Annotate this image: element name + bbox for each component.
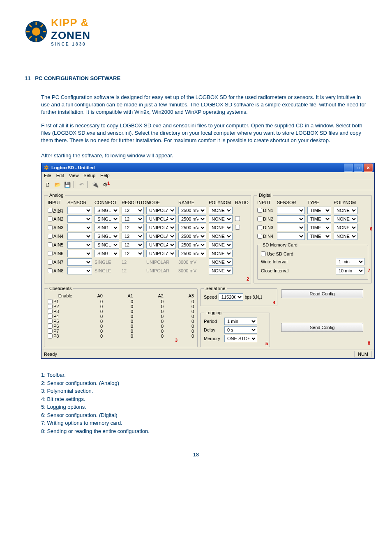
connect-select[interactable]: SINGLE	[95, 233, 119, 240]
range-select[interactable]: 2500 mV	[178, 207, 206, 214]
coef-enable-checkbox[interactable]: P3	[48, 309, 72, 314]
digital-polynom-select[interactable]: NONE	[334, 224, 357, 231]
resolution-select[interactable]: 12	[122, 215, 144, 223]
period-select[interactable]: 1 min	[224, 318, 257, 325]
coef-enable-checkbox[interactable]: P1	[48, 299, 72, 304]
connect-select[interactable]: SINGLE	[95, 207, 119, 214]
mode-select[interactable]: UNIPOLAR	[146, 207, 176, 214]
digital-type-select[interactable]: TIME	[307, 233, 331, 240]
maximize-button[interactable]: □	[354, 164, 363, 172]
digital-type-select[interactable]: TIME	[307, 207, 331, 214]
polynom-select[interactable]: NONE	[209, 233, 233, 240]
close-interval-select[interactable]: 10 min	[336, 267, 364, 274]
ratio-checkbox[interactable]	[235, 225, 240, 230]
connect-select[interactable]: SINGLE	[95, 250, 119, 257]
new-icon[interactable]: 🗋	[43, 180, 52, 189]
mode-select[interactable]: UNIPOLAR	[146, 241, 176, 249]
ain-enable-checkbox[interactable]: AIN5	[48, 242, 66, 247]
ain-enable-checkbox[interactable]: AIN1	[48, 208, 66, 213]
menu-file[interactable]: File	[44, 173, 51, 178]
mode-select[interactable]: UNIPOLAR	[146, 224, 176, 231]
delay-select[interactable]: 0 s	[224, 326, 257, 334]
use-sd-checkbox[interactable]: Use SD Card	[261, 251, 293, 256]
digital-type-select[interactable]: TIME	[307, 224, 331, 231]
resolution-select[interactable]: 12	[122, 207, 144, 214]
connect-select[interactable]: SINGLE	[95, 224, 119, 231]
polynom-select[interactable]: NONE	[209, 215, 233, 223]
range-select[interactable]: 2500 mV	[178, 241, 206, 249]
config-buttons-area: Read Config Send Config 8	[272, 286, 372, 347]
coef-enable-checkbox[interactable]: P2	[48, 304, 72, 309]
menu-edit[interactable]: Edit	[56, 173, 64, 178]
digital-type-select[interactable]: TIME	[307, 215, 331, 223]
digital-polynom-select[interactable]: NONE	[334, 233, 357, 240]
connect-icon[interactable]: 🔌	[91, 180, 100, 189]
ain-enable-checkbox[interactable]: AIN6	[48, 251, 66, 256]
resolution-select[interactable]: 12	[122, 224, 144, 231]
range-select[interactable]: 2500 mV	[178, 250, 206, 257]
coef-enable-checkbox[interactable]: P5	[48, 319, 72, 324]
resolution-select[interactable]: 12	[122, 233, 144, 240]
polynom-select[interactable]: NONE	[209, 258, 233, 266]
menu-setup[interactable]: Setup	[83, 173, 95, 178]
read-config-button[interactable]: Read Config	[281, 289, 363, 298]
sensor-select[interactable]	[67, 215, 92, 223]
ain-enable-checkbox[interactable]: AIN2	[48, 216, 66, 221]
polynom-select[interactable]: NONE	[209, 241, 233, 249]
range-select[interactable]: 2500 mV	[178, 233, 206, 240]
polynom-select[interactable]: NONE	[209, 224, 233, 231]
digital-sensor-select[interactable]	[277, 224, 305, 231]
sensor-select[interactable]	[67, 207, 92, 214]
minimize-button[interactable]: _	[344, 164, 353, 172]
save-icon[interactable]: 💾	[63, 180, 72, 189]
ain-enable-checkbox[interactable]: AIN8	[48, 268, 66, 273]
analog-header: RANGE	[178, 200, 207, 205]
din-enable-checkbox[interactable]: DIN4	[257, 234, 275, 239]
sd-card-group: SD Memory Card Use SD Card Write Interva…	[257, 242, 368, 280]
din-enable-checkbox[interactable]: DIN1	[257, 208, 275, 213]
sensor-select[interactable]	[67, 233, 92, 240]
close-button[interactable]: ✕	[364, 164, 373, 172]
sensor-select[interactable]	[67, 241, 92, 249]
resolution-select[interactable]: 12	[122, 241, 144, 249]
memory-select[interactable]: ONE STOP	[224, 335, 257, 342]
din-enable-checkbox[interactable]: DIN3	[257, 225, 275, 230]
undo-icon[interactable]: ↶	[77, 180, 86, 189]
connect-select[interactable]: SINGLE	[95, 241, 119, 249]
sensor-select[interactable]	[67, 250, 92, 257]
digital-row: DIN2TIMENONE	[257, 215, 368, 223]
digital-polynom-select[interactable]: NONE	[334, 215, 357, 223]
ain-enable-checkbox[interactable]: AIN4	[48, 234, 66, 239]
digital-sensor-select[interactable]	[277, 215, 305, 223]
menu-view[interactable]: View	[69, 173, 79, 178]
connect-select[interactable]: SINGLE	[95, 215, 119, 223]
sensor-select[interactable]	[67, 267, 92, 274]
din-enable-checkbox[interactable]: DIN2	[257, 216, 275, 221]
ain-enable-checkbox[interactable]: AIN7	[48, 260, 66, 265]
coef-enable-checkbox[interactable]: P8	[48, 334, 72, 339]
polynom-select[interactable]: NONE	[209, 267, 233, 274]
coef-enable-checkbox[interactable]: P6	[48, 324, 72, 329]
send-config-button[interactable]: Send Config	[281, 323, 363, 332]
coef-enable-checkbox[interactable]: P7	[48, 329, 72, 334]
range-select[interactable]: 2500 mV	[178, 224, 206, 231]
digital-polynom-select[interactable]: NONE	[334, 207, 357, 214]
resolution-select[interactable]: 12	[122, 250, 144, 257]
speed-select[interactable]: 115200	[219, 293, 243, 301]
coef-enable-checkbox[interactable]: P4	[48, 314, 72, 319]
digital-sensor-select[interactable]	[277, 207, 305, 214]
sensor-select[interactable]	[67, 224, 92, 231]
menu-help[interactable]: Help	[100, 173, 110, 178]
mode-select[interactable]: UNIPOLAR	[146, 233, 176, 240]
polynom-select[interactable]: NONE	[209, 250, 233, 257]
ratio-checkbox[interactable]	[235, 216, 240, 221]
polynom-select[interactable]: NONE	[209, 207, 233, 214]
write-interval-select[interactable]: 1 min	[336, 258, 364, 265]
mode-select[interactable]: UNIPOLAR	[146, 250, 176, 257]
open-icon[interactable]: 📂	[53, 180, 62, 189]
ain-enable-checkbox[interactable]: AIN3	[48, 225, 66, 230]
range-select[interactable]: 2500 mV	[178, 215, 206, 223]
mode-select[interactable]: UNIPOLAR	[146, 215, 176, 223]
digital-sensor-select[interactable]	[277, 233, 305, 240]
sensor-select[interactable]	[67, 258, 92, 266]
